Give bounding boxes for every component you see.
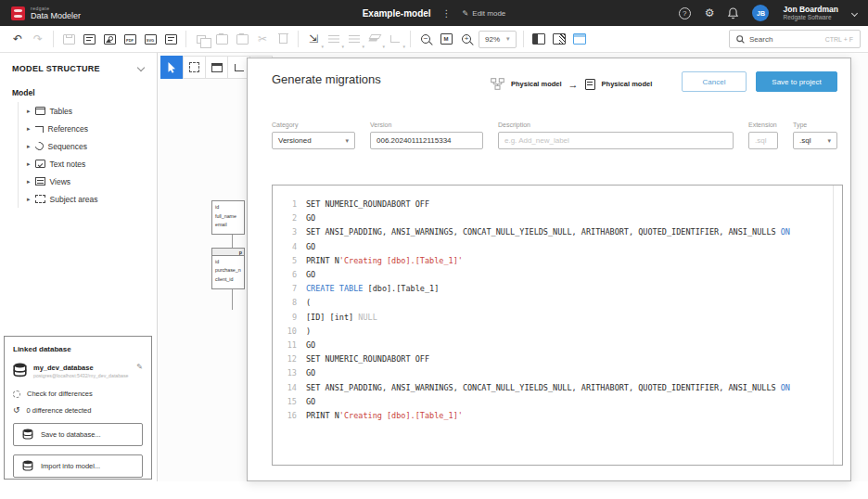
delete-button[interactable] (273, 29, 293, 49)
paste-special-button[interactable] (232, 29, 252, 49)
toggle-window-panel-button[interactable] (569, 29, 590, 49)
sql-preview[interactable]: 1 SET NUMERIC_ROUNDABORT OFF 2 GO 3 SET … (272, 185, 843, 466)
expand-caret-icon[interactable]: ▸ (27, 196, 31, 202)
connector-style-button[interactable]: ▾ (385, 29, 405, 49)
expand-caret-icon[interactable]: ▸ (27, 143, 31, 149)
tree-item[interactable]: ▸ Text notes (19, 155, 157, 173)
code-text: ( (297, 296, 311, 310)
align-button[interactable]: ▾ (324, 29, 344, 49)
export-image-button[interactable] (99, 29, 120, 49)
diff-status-row: ↺ 0 difference detected (13, 406, 143, 415)
model-report-button[interactable] (79, 29, 99, 49)
save-to-database-button[interactable]: Save to database... (13, 423, 143, 446)
tree-item[interactable]: ▸ Sequences (19, 137, 157, 155)
description-label: Description (498, 122, 734, 128)
app-brand[interactable]: redgate Data Modeler (11, 6, 81, 20)
paste-button[interactable] (211, 29, 232, 49)
toggle-left-panel-button[interactable] (529, 29, 549, 49)
extension-field[interactable]: .sql (748, 132, 778, 149)
help-icon[interactable]: ? (679, 7, 691, 19)
app-title: Data Modeler (31, 12, 81, 20)
distribute-icon (349, 34, 360, 44)
type-select[interactable]: .sql ▾ (793, 132, 837, 149)
settings-gear-icon[interactable]: ⚙ (705, 7, 715, 19)
edit-mode-toggle[interactable]: ✎ Edit mode (463, 9, 506, 18)
cancel-button[interactable]: Cancel (682, 71, 747, 92)
line-number: 10 (273, 325, 297, 339)
table-tool-icon (211, 63, 223, 72)
code-line: 14 SET ANSI_PADDING, ANSI_WARNINGS, CONC… (273, 381, 842, 395)
toolbar-divider (523, 31, 524, 47)
table-entity[interactable]: p id purchase_n client_id (211, 248, 245, 289)
zoom-level-value: 92% (485, 35, 500, 44)
expand-caret-icon[interactable]: ▸ (27, 160, 31, 167)
version-input[interactable] (370, 132, 483, 149)
type-value: .sql (799, 136, 811, 145)
tree-root-label[interactable]: Model (0, 86, 157, 102)
flow-target-label: Physical model (602, 80, 653, 88)
notes-panel-button[interactable] (160, 29, 181, 49)
user-menu-chevron-icon[interactable] (851, 9, 858, 16)
table-column: email (215, 221, 241, 230)
model-structure-header[interactable]: MODEL STRUCTURE (0, 53, 157, 86)
distribute-button[interactable]: ▾ (344, 29, 364, 49)
line-number: 8 (273, 296, 297, 310)
search-icon (736, 35, 745, 44)
user-org: Redgate Software (783, 14, 838, 21)
line-number: 9 (273, 311, 297, 325)
zoom-in-button[interactable]: + (456, 29, 477, 49)
script-document-icon (585, 79, 595, 90)
tree-item[interactable]: ▸ Subject areas (19, 190, 157, 208)
toggle-right-panel-button[interactable] (549, 29, 569, 49)
layers-button[interactable]: ▾ (364, 29, 385, 49)
check-differences-button[interactable]: Check for differences (13, 390, 143, 398)
notifications-bell-icon[interactable] (728, 7, 738, 19)
main-toolbar: ↶ ↷ PDF SVG ✂ ⇲▾ ▾ ▾ ▾ ▾ − M + 92% ▾ Sea… (0, 26, 868, 53)
zoom-out-button[interactable]: − (415, 29, 436, 49)
user-avatar[interactable]: JB (752, 5, 769, 21)
edit-connection-pencil-icon[interactable]: ✎ (136, 363, 143, 371)
table-entity[interactable]: id full_name email (211, 200, 245, 235)
import-into-model-button[interactable]: Import into model... (13, 454, 143, 478)
save-to-project-button[interactable]: Save to project (756, 71, 837, 92)
line-number: 11 (273, 339, 297, 352)
model-tree: ▸ Tables ▸ References ▸ Sequences ▸ Text… (18, 102, 157, 208)
tree-item[interactable]: ▸ Tables (19, 102, 157, 120)
save-button[interactable] (58, 29, 79, 49)
tree-item-label: Subject areas (50, 195, 98, 204)
resize-button[interactable]: ⇲▾ (303, 29, 324, 49)
export-pdf-button[interactable]: PDF (120, 29, 140, 49)
tree-item[interactable]: ▸ References (19, 120, 157, 137)
kebab-menu-icon[interactable]: ⋮ (442, 8, 452, 19)
marquee-select-tool-button[interactable] (183, 56, 206, 79)
tree-item[interactable]: ▸ Views (19, 173, 157, 190)
pointer-tool-button[interactable] (160, 56, 184, 79)
code-text: PRINT N'Creating [dbo].[Table_1]' (297, 409, 463, 423)
add-table-tool-button[interactable] (205, 56, 228, 79)
collapse-chevron-icon[interactable] (137, 63, 145, 70)
zoom-fit-button[interactable]: M (436, 29, 456, 49)
cut-button[interactable]: ✂ (252, 29, 273, 49)
search-input[interactable]: Search CTRL + F (729, 30, 861, 48)
code-scrollbar[interactable] (833, 186, 842, 465)
zoom-level-select[interactable]: 92% ▾ (479, 31, 517, 48)
expand-caret-icon[interactable]: ▸ (27, 178, 31, 185)
layers-icon (369, 34, 380, 44)
tree-item-label: References (48, 124, 88, 134)
check-differences-label: Check for differences (27, 390, 93, 398)
code-line: 8 ( (273, 296, 842, 310)
expand-caret-icon[interactable]: ▸ (27, 125, 31, 132)
export-svg-button[interactable]: SVG (140, 29, 160, 49)
undo-button[interactable]: ↶ (7, 29, 28, 49)
physical-model-diagram-icon (491, 78, 504, 90)
description-input[interactable] (498, 132, 734, 149)
category-select[interactable]: Versioned ▾ (272, 132, 355, 149)
refresh-icon[interactable]: ↺ (13, 406, 20, 415)
copy-button[interactable] (191, 29, 211, 49)
category-value: Versioned (278, 136, 312, 145)
expand-caret-icon[interactable]: ▸ (27, 108, 31, 114)
redo-button[interactable]: ↷ (28, 29, 48, 49)
category-label: Category (272, 122, 355, 128)
database-connection-row[interactable]: my_dev_database postgres@localhost:5432/… (13, 363, 143, 378)
code-line: 13 GO (273, 366, 842, 380)
